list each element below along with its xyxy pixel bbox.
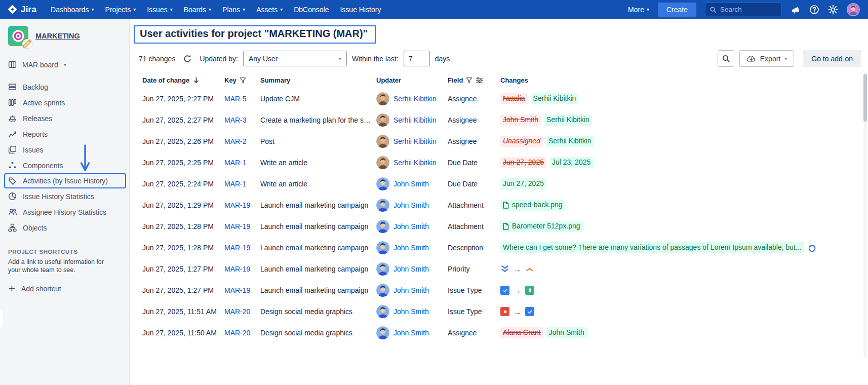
export-button[interactable]: Export ▾	[739, 50, 795, 67]
nav-item-plans[interactable]: Plans▾	[222, 6, 245, 14]
scrollbar-track[interactable]	[863, 73, 867, 358]
col-header-updater[interactable]: Updater	[376, 76, 448, 84]
nav-item-issues[interactable]: Issues▾	[147, 6, 173, 14]
issue-key-link[interactable]: MAR-5	[224, 95, 247, 103]
filter-icon[interactable]	[466, 77, 472, 84]
updater-link[interactable]: Serhii Kibitkin	[393, 137, 437, 145]
sidebar-item-reports[interactable]: Reports	[0, 126, 129, 142]
objects-icon	[8, 223, 17, 232]
col-header-summary[interactable]: Summary	[260, 76, 376, 84]
project-avatar[interactable]	[8, 26, 28, 46]
updater-link[interactable]: John Smith	[393, 307, 429, 316]
nav-item-dashboards[interactable]: Dashboards▾	[51, 6, 94, 14]
issue-key-link[interactable]: MAR-2	[224, 137, 247, 145]
attachment-chip[interactable]: Barometer 512px.png	[500, 221, 583, 232]
updater-link[interactable]: Serhii Kibitkin	[393, 95, 437, 103]
issue-key-link[interactable]: MAR-20	[224, 307, 250, 316]
jira-logo[interactable]: Jira	[7, 4, 36, 15]
board-selector[interactable]: MAR board ▾	[0, 55, 129, 74]
nav-item-issue-history[interactable]: Issue History	[340, 6, 381, 14]
sidebar-item-label: Reports	[23, 130, 48, 138]
filter-icon[interactable]	[240, 77, 246, 84]
sidebar-item-issues[interactable]: Issues	[0, 142, 129, 158]
updater-link[interactable]: John Smith	[393, 180, 429, 188]
go-to-addon-button[interactable]: Go to add-on	[803, 50, 861, 67]
days-input[interactable]	[404, 51, 430, 66]
issue-key-link[interactable]: MAR-1	[224, 180, 247, 188]
updater-link[interactable]: John Smith	[393, 286, 429, 294]
chevron-down-icon: ▾	[647, 7, 649, 12]
create-button[interactable]: Create	[658, 3, 696, 17]
updater-link[interactable]: John Smith	[393, 265, 429, 273]
col-header-changes[interactable]: Changes	[500, 76, 861, 84]
change-date: Jun 27, 2025, 2:27 PM	[142, 116, 224, 124]
updater-link[interactable]: John Smith	[393, 329, 429, 337]
activity-row: Jun 27, 2025, 2:27 PM MAR-5 Update CJM S…	[142, 88, 861, 109]
issue-type-task-icon	[500, 286, 509, 295]
components-icon	[8, 161, 17, 170]
top-navigation: Jira Dashboards▾Projects▾Issues▾Boards▾P…	[0, 0, 868, 19]
search-input[interactable]	[720, 6, 777, 13]
updater-avatar	[376, 177, 389, 190]
attachment-file-icon	[503, 202, 509, 209]
nav-item-more[interactable]: More ▾	[628, 6, 649, 14]
issue-key-link[interactable]: MAR-19	[224, 222, 250, 230]
sidebar-item-assignee-history-statistics[interactable]: Assignee History Statistics	[0, 204, 129, 220]
change-date: Jun 27, 2025, 1:27 PM	[142, 286, 224, 294]
column-settings-icon[interactable]	[476, 76, 483, 84]
scrollbar-thumb[interactable]	[863, 74, 867, 122]
project-name-link[interactable]: MARKETING	[35, 32, 80, 40]
sidebar-resize-handle[interactable]	[0, 310, 3, 327]
issue-key-link[interactable]: MAR-3	[224, 116, 247, 124]
col-header-key[interactable]: Key	[224, 76, 260, 84]
issue-key-link[interactable]: MAR-20	[224, 329, 250, 337]
changed-field: Description	[448, 244, 500, 252]
nav-item-dbconsole[interactable]: DbConsole	[294, 6, 329, 14]
priority-high-icon	[525, 264, 534, 274]
nav-item-boards[interactable]: Boards▾	[184, 6, 211, 14]
help-icon[interactable]	[809, 5, 819, 15]
activity-row: Jun 27, 2025, 11:51 AM MAR-20 Design soc…	[142, 301, 861, 322]
restore-undo-icon[interactable]	[807, 243, 817, 253]
sort-descending-icon[interactable]	[192, 76, 200, 84]
global-search[interactable]	[705, 3, 782, 16]
table-header: Date of change Key Summary Updater Fie	[142, 72, 861, 88]
add-shortcut-button[interactable]: Add shortcut	[8, 285, 121, 293]
profile-avatar[interactable]	[847, 3, 860, 16]
change-date: Jun 27, 2025, 2:24 PM	[142, 180, 224, 188]
changed-field: Issue Type	[448, 286, 500, 294]
updater-link[interactable]: Serhii Kibitkin	[393, 159, 437, 167]
search-button[interactable]	[718, 50, 734, 67]
refresh-icon[interactable]	[183, 54, 192, 63]
changed-field: Assignee	[448, 95, 500, 103]
issue-key-link[interactable]: MAR-1	[224, 159, 247, 167]
updater-link[interactable]: John Smith	[393, 222, 429, 230]
sidebar-item-components[interactable]: Components	[0, 158, 129, 173]
sidebar-item-backlog[interactable]: Backlog	[0, 79, 129, 95]
change-date: Jun 27, 2025, 11:51 AM	[142, 307, 224, 316]
nav-item-projects[interactable]: Projects▾	[105, 6, 136, 14]
sidebar-item-label: Objects	[23, 224, 47, 232]
change-values: Jun 27, 2025	[500, 178, 861, 189]
updater-link[interactable]: Serhii Kibitkin	[393, 116, 437, 124]
issue-key-link[interactable]: MAR-19	[224, 286, 250, 294]
issue-key-link[interactable]: MAR-19	[224, 265, 250, 273]
issue-summary: Launch email marketing campaign	[260, 222, 376, 230]
col-header-field[interactable]: Field	[448, 76, 500, 84]
feedback-megaphone-icon[interactable]	[791, 5, 801, 15]
sidebar-item-activities-by-issue-history[interactable]: Activities (by Issue History)	[4, 173, 126, 188]
nav-item-assets[interactable]: Assets▾	[256, 6, 283, 14]
updater-link[interactable]: John Smith	[393, 244, 429, 252]
issue-key-link[interactable]: MAR-19	[224, 201, 250, 209]
sidebar-item-objects[interactable]: Objects	[0, 220, 129, 236]
issue-key-link[interactable]: MAR-19	[224, 244, 250, 252]
updated-by-select[interactable]: Any User ▾	[243, 51, 347, 66]
attachment-chip[interactable]: speed-back.png	[500, 200, 565, 211]
col-header-date[interactable]: Date of change	[142, 76, 224, 84]
activity-row: Jun 27, 2025, 2:26 PM MAR-2 Post Serhii …	[142, 131, 861, 152]
sidebar-item-issue-history-statistics[interactable]: Issue History Statistics	[0, 188, 129, 204]
sidebar-item-active-sprints[interactable]: Active sprints	[0, 95, 129, 110]
updater-link[interactable]: John Smith	[393, 201, 429, 209]
sidebar-item-releases[interactable]: Releases	[0, 110, 129, 126]
settings-gear-icon[interactable]	[828, 5, 838, 15]
